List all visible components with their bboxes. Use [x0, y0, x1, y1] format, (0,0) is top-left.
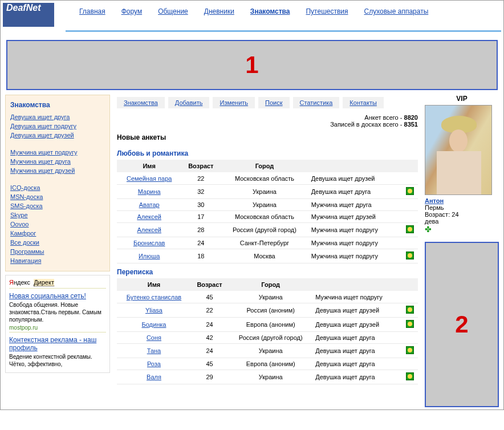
top-nav: ГлавнаяФорумОбщениеДневникиЗнакомстваПут…	[54, 3, 501, 15]
sidebar-link[interactable]: Все доски	[10, 238, 105, 247]
profile-link[interactable]: Илюша	[139, 253, 160, 259]
section-new-title: Новые анкеты	[117, 133, 418, 141]
photo-icon[interactable]	[406, 251, 414, 259]
sidebar-link[interactable]: Мужчина ищет друга	[10, 157, 105, 166]
banner-side[interactable]: 2	[425, 242, 499, 407]
stats-block: Анкет всего - 8820 Записей в досках всег…	[117, 114, 418, 128]
vip-label: VIP	[425, 95, 499, 103]
profile-link[interactable]: Аватар	[139, 201, 160, 208]
banner-top[interactable]: 1	[6, 40, 498, 90]
ad-desc: Ведение контекстной рекламы. Чётко, эффе…	[9, 353, 106, 368]
sidebar-link[interactable]: Oovoo	[10, 220, 105, 229]
profile-link[interactable]: Yliasa	[145, 307, 162, 314]
table-row: Бронислав24Санкт-ПетербургМужчина ищет п…	[117, 237, 418, 249]
topnav-2[interactable]: Общение	[158, 7, 188, 15]
profile-link[interactable]: Алексей	[137, 213, 161, 220]
table-row: Аватар30УкраинаМужчина ищет друга	[117, 199, 418, 211]
yandex-ndex: ндекс	[14, 279, 30, 286]
table-row: Валя29УкраинаДевушка ищет друга	[117, 370, 418, 384]
topnav-1[interactable]: Форум	[121, 7, 142, 15]
th-name: Имя	[117, 160, 181, 173]
sidebar-link[interactable]: Девушка ищет друзей	[10, 131, 105, 140]
table-row: Yliasa22Россия (аноним)Девушка ищет друз…	[117, 303, 418, 318]
sub-nav: ЗнакомстваДобавитьИзменитьПоискСтатистик…	[117, 97, 418, 108]
table-row: Бодинка24Европа (аноним)Девушка ищет дру…	[117, 318, 418, 332]
subnav-4[interactable]: Статистика	[293, 97, 340, 108]
header-separator	[66, 30, 501, 32]
profile-link[interactable]: Бутенко станислав	[127, 294, 181, 301]
table-row: Тана24УкраинаДевушка ищет друга	[117, 344, 418, 358]
site-logo[interactable]: DeafNet	[3, 3, 54, 27]
table-row: Илюша18МоскваМужчина ищет подругу	[117, 249, 418, 263]
photo-icon[interactable]	[406, 187, 414, 195]
topnav-3[interactable]: Дневники	[204, 7, 234, 15]
ad-desc: Свобода общения. Новые знакомства.Стань …	[9, 301, 106, 323]
photo-icon[interactable]	[406, 306, 414, 314]
photo-icon[interactable]	[406, 346, 414, 354]
profile-link[interactable]: Бодинка	[142, 321, 166, 328]
ad-domain[interactable]: mostpop.ru	[9, 324, 106, 331]
sidebar-title: Знакомства	[10, 101, 105, 109]
profile-link[interactable]: Роза	[147, 360, 161, 367]
section-love-title: Любовь и романтика	[117, 149, 418, 157]
vip-name-link[interactable]: Антон	[425, 197, 444, 204]
table-row: Алексей28Россия (другой город)Мужчина ищ…	[117, 223, 418, 237]
photo-icon[interactable]	[406, 372, 414, 380]
yandex-direct-link[interactable]: Директ	[34, 279, 54, 286]
subnav-3[interactable]: Поиск	[258, 97, 289, 108]
vip-age: Возраст: 24	[425, 211, 459, 218]
th-name: Имя	[117, 278, 191, 291]
sidebar-link[interactable]: Камфрог	[10, 229, 105, 238]
sidebar-link[interactable]: Девушка ищет подругу	[10, 121, 105, 131]
profile-link[interactable]: Бронислав	[133, 240, 165, 246]
yandex-ya: Я	[9, 279, 14, 286]
profile-link[interactable]: Соня	[147, 334, 161, 341]
vip-photo[interactable]	[425, 105, 492, 195]
sidebar-link[interactable]: Программы	[10, 247, 105, 256]
topnav-4[interactable]: Знакомства	[250, 7, 290, 15]
profile-link[interactable]: Марина	[138, 188, 161, 195]
clover-icon: ✤	[425, 225, 432, 234]
table-row: Марина32УкраинаДевушка ищет друга	[117, 185, 418, 199]
section-corr-title: Переписка	[117, 268, 418, 276]
th-city: Город	[228, 278, 313, 291]
sidebar-link[interactable]: Мужчина ищет друзей	[10, 166, 105, 175]
profile-link[interactable]: Валя	[147, 374, 161, 380]
sidebar-link[interactable]: Мужчина ищет подругу	[10, 148, 105, 157]
th-city: Город	[220, 160, 308, 173]
profile-link[interactable]: Тана	[147, 347, 161, 354]
subnav-2[interactable]: Изменить	[213, 97, 255, 108]
sidebar-link[interactable]: Девушка ищет друга	[10, 112, 105, 121]
sidebar-link[interactable]: Навигация	[10, 256, 105, 265]
table-row: Соня42Россия (другой город)Девушка ищет …	[117, 332, 418, 344]
topnav-5[interactable]: Путешествия	[306, 7, 348, 15]
sidebar-link[interactable]: MSN-доска	[10, 192, 105, 201]
th-age: Возраст	[181, 160, 220, 173]
subnav-1[interactable]: Добавить	[168, 97, 210, 108]
photo-icon[interactable]	[406, 225, 414, 233]
table-row: Алексей17Московская областьМужчина ищет …	[117, 211, 418, 223]
ad-title[interactable]: Контекстная реклама - наш профиль	[9, 336, 96, 352]
vip-zodiac: дева	[425, 218, 438, 225]
table-row: Роза45Европа (аноним)Девушка ищет друга	[117, 358, 418, 370]
love-table: Имя Возраст Город Семейная пара22Московс…	[117, 160, 418, 263]
ad-title[interactable]: Новая социальная сеть!	[9, 292, 86, 300]
sidebar-link[interactable]: SMS-доска	[10, 201, 105, 210]
sidebar-box: Знакомства Девушка ищет другаДевушка ище…	[5, 95, 110, 271]
table-row: Семейная пара22Московская областьДевушка…	[117, 173, 418, 185]
subnav-5[interactable]: Контакты	[343, 97, 384, 108]
sidebar-link[interactable]: Skype	[10, 210, 105, 220]
th-age: Возраст	[191, 278, 228, 291]
topnav-6[interactable]: Слуховые аппараты	[364, 7, 429, 15]
topnav-0[interactable]: Главная	[79, 7, 105, 15]
sidebar-link[interactable]: ICQ-доска	[10, 183, 105, 192]
photo-icon[interactable]	[406, 320, 414, 328]
corr-table: Имя Возраст Город Бутенко станислав45Укр…	[117, 278, 418, 384]
vip-city: Пермь	[425, 204, 444, 211]
profile-link[interactable]: Семейная пара	[127, 175, 172, 182]
yandex-direct-block: Яндекс Директ Новая социальная сеть!Своб…	[5, 275, 110, 373]
subnav-0[interactable]: Знакомства	[117, 97, 165, 108]
table-row: Бутенко станислав45УкраинаМужчина ищет п…	[117, 291, 418, 303]
profile-link[interactable]: Алексей	[137, 226, 161, 233]
